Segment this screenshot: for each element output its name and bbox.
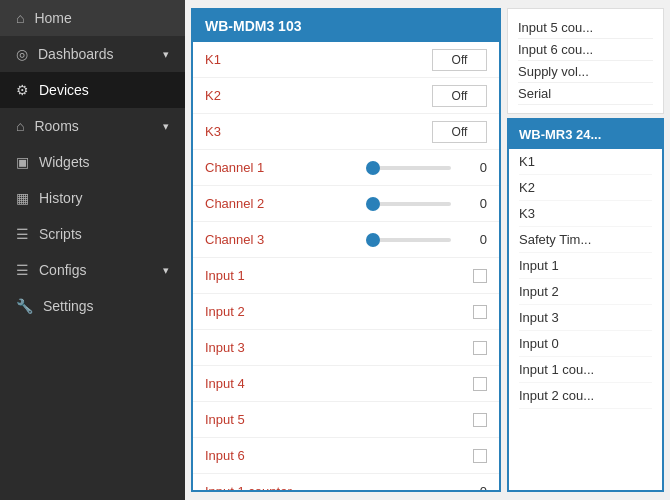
device-row-input6: Input 6 — [193, 438, 499, 474]
history-icon: ▦ — [16, 190, 29, 206]
widgets-icon: ▣ — [16, 154, 29, 170]
sidebar-item-label-devices: Devices — [39, 82, 89, 98]
device-row-label-input3: Input 3 — [205, 340, 473, 355]
right-bottom-item-6: Input 3 — [519, 305, 652, 331]
device-panel-left: WB-MDM3 103 K1OffK2OffK3OffChannel 10Cha… — [191, 8, 501, 492]
sidebar-item-label-configs: Configs — [39, 262, 86, 278]
device-row-channel2: Channel 20 — [193, 186, 499, 222]
checkbox-input3[interactable] — [473, 341, 487, 355]
device-row-input1counter: Input 1 counter0 — [193, 474, 499, 490]
sidebar-item-dashboards[interactable]: ◎Dashboards▾ — [0, 36, 185, 72]
right-top-item-0: Input 5 cou... — [518, 17, 653, 39]
settings-icon: 🔧 — [16, 298, 33, 314]
right-bottom-item-8: Input 1 cou... — [519, 357, 652, 383]
right-bottom-item-9: Input 2 cou... — [519, 383, 652, 409]
checkbox-input4[interactable] — [473, 377, 487, 391]
right-bottom-body: K1K2K3Safety Tim...Input 1Input 2Input 3… — [509, 149, 662, 490]
device-row-label-input5: Input 5 — [205, 412, 473, 427]
device-row-input1: Input 1 — [193, 258, 499, 294]
sidebar-item-label-widgets: Widgets — [39, 154, 90, 170]
sidebar-item-label-home: Home — [34, 10, 71, 26]
device-row-k3: K3Off — [193, 114, 499, 150]
device-row-label-channel3: Channel 3 — [205, 232, 366, 247]
slider-thumb-channel1[interactable] — [366, 161, 380, 175]
slider-track-channel2[interactable] — [366, 202, 451, 206]
chevron-icon-rooms: ▾ — [163, 120, 169, 133]
chevron-icon-configs: ▾ — [163, 264, 169, 277]
right-top-item-3: Serial — [518, 83, 653, 105]
sidebar-item-label-scripts: Scripts — [39, 226, 82, 242]
device-panel-left-body: K1OffK2OffK3OffChannel 10Channel 20Chann… — [193, 42, 499, 490]
sidebar-item-label-rooms: Rooms — [34, 118, 78, 134]
right-panel: Input 5 cou...Input 6 cou...Supply vol..… — [507, 0, 670, 500]
rooms-icon: ⌂ — [16, 118, 24, 134]
sidebar-item-label-dashboards: Dashboards — [38, 46, 114, 62]
device-row-label-input1counter: Input 1 counter — [205, 484, 457, 490]
right-top-item-1: Input 6 cou... — [518, 39, 653, 61]
checkbox-input1[interactable] — [473, 269, 487, 283]
slider-thumb-channel3[interactable] — [366, 233, 380, 247]
slider-value-channel2: 0 — [457, 196, 487, 211]
right-top-item-2: Supply vol... — [518, 61, 653, 83]
scripts-icon: ☰ — [16, 226, 29, 242]
device-row-label-k2: K2 — [205, 88, 432, 103]
right-bottom-item-0: K1 — [519, 149, 652, 175]
sidebar-item-label-history: History — [39, 190, 83, 206]
sidebar: ⌂Home◎Dashboards▾⚙Devices⌂Rooms▾▣Widgets… — [0, 0, 185, 500]
chevron-icon-dashboards: ▾ — [163, 48, 169, 61]
right-bottom-item-7: Input 0 — [519, 331, 652, 357]
right-bottom-item-2: K3 — [519, 201, 652, 227]
device-row-label-k3: K3 — [205, 124, 432, 139]
sidebar-item-settings[interactable]: 🔧Settings — [0, 288, 185, 324]
toggle-btn-k1[interactable]: Off — [432, 49, 487, 71]
right-bottom-item-5: Input 2 — [519, 279, 652, 305]
toggle-btn-k3[interactable]: Off — [432, 121, 487, 143]
device-row-label-input2: Input 2 — [205, 304, 473, 319]
device-row-label-input6: Input 6 — [205, 448, 473, 463]
value-input1counter: 0 — [457, 484, 487, 490]
right-top-panel: Input 5 cou...Input 6 cou...Supply vol..… — [507, 8, 664, 114]
configs-icon: ☰ — [16, 262, 29, 278]
right-bottom-item-3: Safety Tim... — [519, 227, 652, 253]
slider-track-channel1[interactable] — [366, 166, 451, 170]
slider-value-channel3: 0 — [457, 232, 487, 247]
right-bottom-header: WB-MR3 24... — [509, 120, 662, 149]
sidebar-item-devices[interactable]: ⚙Devices — [0, 72, 185, 108]
device-row-input2: Input 2 — [193, 294, 499, 330]
device-row-input5: Input 5 — [193, 402, 499, 438]
device-row-channel3: Channel 30 — [193, 222, 499, 258]
right-bottom-item-4: Input 1 — [519, 253, 652, 279]
device-row-input3: Input 3 — [193, 330, 499, 366]
device-panel-left-header: WB-MDM3 103 — [193, 10, 499, 42]
slider-container-channel2: 0 — [366, 196, 487, 211]
right-bottom-panel: WB-MR3 24... K1K2K3Safety Tim...Input 1I… — [507, 118, 664, 492]
sidebar-item-rooms[interactable]: ⌂Rooms▾ — [0, 108, 185, 144]
sidebar-item-configs[interactable]: ☰Configs▾ — [0, 252, 185, 288]
sidebar-item-label-settings: Settings — [43, 298, 94, 314]
device-row-label-channel1: Channel 1 — [205, 160, 366, 175]
slider-container-channel3: 0 — [366, 232, 487, 247]
sidebar-item-scripts[interactable]: ☰Scripts — [0, 216, 185, 252]
right-bottom-item-1: K2 — [519, 175, 652, 201]
device-row-label-input4: Input 4 — [205, 376, 473, 391]
sidebar-item-home[interactable]: ⌂Home — [0, 0, 185, 36]
toggle-btn-k2[interactable]: Off — [432, 85, 487, 107]
devices-icon: ⚙ — [16, 82, 29, 98]
device-row-channel1: Channel 10 — [193, 150, 499, 186]
dashboards-icon: ◎ — [16, 46, 28, 62]
home-icon: ⌂ — [16, 10, 24, 26]
sidebar-item-history[interactable]: ▦History — [0, 180, 185, 216]
sidebar-item-widgets[interactable]: ▣Widgets — [0, 144, 185, 180]
checkbox-input6[interactable] — [473, 449, 487, 463]
device-row-label-channel2: Channel 2 — [205, 196, 366, 211]
slider-thumb-channel2[interactable] — [366, 197, 380, 211]
checkbox-input5[interactable] — [473, 413, 487, 427]
device-row-input4: Input 4 — [193, 366, 499, 402]
slider-container-channel1: 0 — [366, 160, 487, 175]
slider-value-channel1: 0 — [457, 160, 487, 175]
checkbox-input2[interactable] — [473, 305, 487, 319]
device-row-label-input1: Input 1 — [205, 268, 473, 283]
main-content: WB-MDM3 103 K1OffK2OffK3OffChannel 10Cha… — [185, 0, 670, 500]
slider-track-channel3[interactable] — [366, 238, 451, 242]
device-row-k1: K1Off — [193, 42, 499, 78]
